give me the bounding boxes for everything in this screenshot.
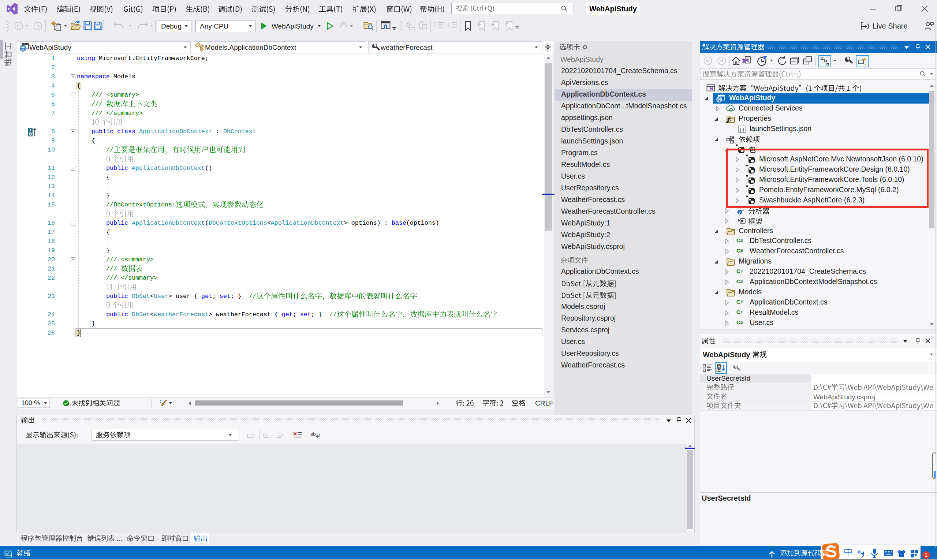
svg-text:ab: ab (310, 431, 315, 437)
svg-text:Z: Z (718, 369, 720, 372)
svg-text:A: A (718, 365, 720, 368)
svg-text:{}: {} (739, 127, 745, 132)
svg-text:i: i (739, 211, 740, 214)
